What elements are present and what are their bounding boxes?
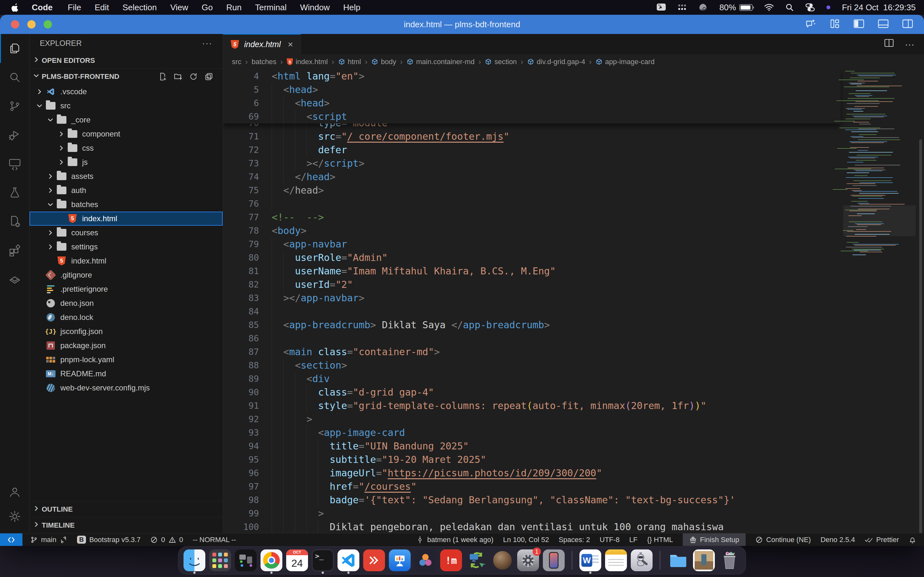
code-line-99[interactable]: 99 > [223,507,841,520]
activity-hex-extension-icon[interactable] [0,265,29,293]
status-continue-ne-[interactable]: Continue (NE) [755,533,811,546]
code-line-73[interactable]: 73 ></script> [223,157,841,170]
menu-item-file[interactable]: File [61,3,88,12]
breadcrumb-item-src[interactable]: src [232,58,241,66]
dock-item-trash[interactable] [719,550,740,571]
code-line-71[interactable]: 71 src="/_core/component/footer.mjs" [223,130,841,143]
code-line-5[interactable]: 5 <head> [223,83,841,97]
tree-item-jsconfig-json[interactable]: {J} jsconfig.json [29,324,223,338]
spotlight-search-icon[interactable] [785,3,794,11]
toggle-secondary-sidebar-icon[interactable] [902,19,913,30]
activity-settings-gear-icon[interactable] [0,504,29,529]
dock-item-window-manager[interactable] [235,550,257,571]
code-line-86[interactable]: 86 [223,332,841,345]
tree-item-index-html[interactable]: 5 index.html [29,254,223,268]
menu-item-selection[interactable]: Selection [116,3,164,12]
code-line-6[interactable]: 6 <head> [223,97,841,110]
breadcrumb-item-batches[interactable]: batches [252,58,276,66]
code-line-93[interactable]: 93 <app-image-card [223,426,841,440]
tree-item-readme-md[interactable]: M↓ README.md [29,367,223,381]
code-line-92[interactable]: 92 > [223,413,841,426]
breadcrumb-item-app-image-card[interactable]: app-image-card [596,58,654,66]
code-line-76[interactable]: 76 [223,197,841,211]
dock-item-vscode[interactable] [338,550,359,571]
tree-item-web-dev-server-config-mjs[interactable]: web-dev-server.config.mjs [29,381,223,395]
code-line-84[interactable]: 84 [223,305,841,318]
activity-file-gear-icon[interactable] [0,207,29,236]
code-line-72[interactable]: 72 defer [223,143,841,157]
breadcrumb-item-html[interactable]: html [338,58,361,66]
menubar-clock[interactable]: Fri 24 Oct 16:29:35 [842,3,916,13]
activity-explorer-icon[interactable] [0,34,29,63]
workspace-root-row[interactable]: PLMS-BDT-FRONTEND [29,69,223,85]
minimap[interactable] [845,71,913,533]
minimize-window-button[interactable] [27,20,36,29]
menu-item-go[interactable]: Go [195,3,220,12]
code-line-85[interactable]: 85 <app-breadcrumb> Diklat Saya </app-br… [223,318,841,332]
code-line-4[interactable]: 4 <html lang="en"> [223,69,841,83]
activity-extensions-icon[interactable] [0,236,29,265]
code-line-78[interactable]: 78 <body> [223,224,841,237]
status-bell-icon[interactable] [909,533,916,546]
grid-dots-icon[interactable] [678,3,687,11]
tree-item--gitignore[interactable]: .gitignore [29,268,223,282]
tree-item-assets[interactable]: assets [29,169,223,183]
code-line-77[interactable]: 77 <!-- --> [223,211,841,224]
status-deno-2-5-4[interactable]: Deno 2.5.4 [821,533,855,546]
activity-testing-icon[interactable] [0,178,29,207]
dock-item-keynote[interactable] [389,550,411,571]
activity-search-icon[interactable] [0,63,29,92]
dock-item-notes[interactable] [605,550,627,571]
tree-item--vscode[interactable]: .vscode [29,85,223,99]
tree-item-deno-json[interactable]: deno.json [29,296,223,310]
tree-item-batches[interactable]: batches [29,197,223,211]
tree-item-auth[interactable]: auth [29,183,223,197]
status-ln-100-col-52[interactable]: Ln 100, Col 52 [503,533,549,546]
tree-item--prettierignore[interactable]: .prettierignore [29,282,223,296]
dock-item-calendar[interactable]: OCT24 [286,550,308,571]
sidebar-section-timeline[interactable]: TIMELINE [29,517,223,533]
new-file-icon[interactable] [158,73,167,81]
menu-item-terminal[interactable]: Terminal [248,3,293,12]
code-line-80[interactable]: 80 userRole="Admin" [223,251,841,264]
explorer-more-actions-icon[interactable]: ··· [202,39,212,48]
breadcrumb-item-section[interactable]: section [485,58,517,66]
menu-item-code[interactable]: Code [25,3,61,12]
status-main[interactable]: main [30,533,67,546]
code-editor[interactable]: 70 type="module" 71 src="/_core/componen… [223,69,924,533]
close-tab-icon[interactable]: × [288,39,293,50]
sidebar-section-outline[interactable]: OUTLINE [29,501,223,517]
tree-item-courses[interactable]: courses [29,226,223,240]
breadcrumb-item-index-html[interactable]: 5index.html [286,58,328,66]
dock-item-terminal[interactable]: >_ [312,550,334,571]
code-line-89[interactable]: 89 <div [223,372,841,386]
dock-item-red-dev-app[interactable] [363,550,385,571]
activity-remote-explorer-icon[interactable] [0,149,29,178]
tree-item--core[interactable]: _core [29,113,223,127]
tree-item-index-html[interactable]: 5 index.html [29,211,223,226]
app-blob-icon[interactable] [698,3,708,11]
editor-more-actions-icon[interactable]: ··· [905,39,914,50]
window-titlebar[interactable]: index.html — plms-bdt-frontend [0,15,924,34]
code-line-100[interactable]: 100 Diklat pengeboran, peledakan dan ven… [223,520,841,533]
code-line-74[interactable]: 74 </head> [223,170,841,184]
code-line-91[interactable]: 91 style="grid-template-columns: repeat(… [223,399,841,413]
dock-item-sync-app[interactable] [466,550,488,571]
dock-item-davinci-resolve[interactable] [415,550,436,571]
code-line-69[interactable]: 69 <script [223,110,841,123]
toggle-primary-sidebar-icon[interactable] [853,19,864,30]
menu-item-run[interactable]: Run [220,3,248,12]
code-line-95[interactable]: 95 subtitle="19-20 Maret 2025" [223,453,841,466]
status-lf[interactable]: LF [629,533,638,546]
code-line-83[interactable]: 83 ></app-navbar> [223,292,841,305]
menu-item-help[interactable]: Help [336,3,367,12]
code-line-75[interactable]: 75 </head> [223,184,841,197]
toggle-panel-icon[interactable] [878,19,889,30]
code-line-87[interactable]: 87 <main class="container-md"> [223,345,841,359]
open-editors-section[interactable]: OPEN EDITORS [29,53,223,69]
dock-item-finder[interactable] [184,550,205,571]
code-line-94[interactable]: 94 title="UIN Bandung 2025" [223,440,841,453]
tree-item-package-json[interactable]: package.json [29,338,223,353]
tree-item-deno-lock[interactable]: deno.lock [29,310,223,324]
code-line-98[interactable]: 98 badge='{"text": "Sedang Berlangsung",… [223,493,841,507]
